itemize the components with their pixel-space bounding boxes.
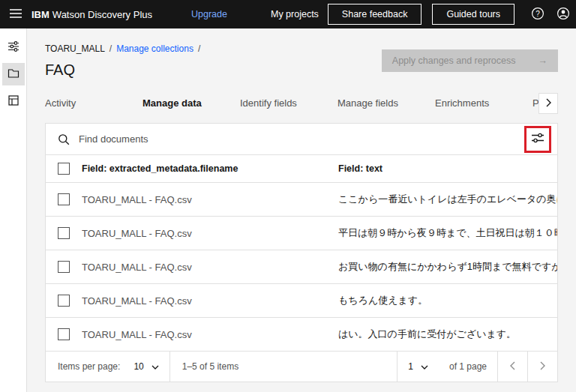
table-row: TOARU_MALL - FAQ.csv もちろん使えます。 — [46, 284, 557, 318]
tune-icon — [8, 40, 20, 55]
table-row: TOARU_MALL - FAQ.csv お買い物の有無にかかわらず1時間まで無… — [46, 250, 557, 284]
table-header-row: Field: extracted_metadata.filename Field… — [46, 155, 557, 183]
page-number-select[interactable]: 1 — [397, 352, 439, 382]
upgrade-link[interactable]: Upgrade — [187, 8, 232, 20]
folder-icon — [8, 67, 20, 82]
row-checkbox[interactable] — [58, 328, 70, 340]
topbar-right: Share feedback Guided tours ? — [328, 0, 576, 28]
pagination-bar: Items per page: 10 1–5 of 5 items 1 of 1… — [46, 352, 557, 382]
breadcrumb-project: TOARU_MALL — [45, 43, 105, 54]
tab-bar: Activity Manage data Identify fields Man… — [45, 93, 558, 114]
brand-ibm: IBM — [32, 9, 50, 20]
cell-filename: TOARU_MALL - FAQ.csv — [82, 262, 338, 273]
hamburger-icon — [10, 9, 22, 20]
guided-tours-button[interactable]: Guided tours — [432, 4, 514, 25]
row-checkbox[interactable] — [58, 193, 70, 205]
cell-text: はい。入口の手前に受付がございます。 — [338, 328, 557, 341]
page-total-text: of 1 page — [439, 361, 497, 372]
user-avatar-icon — [556, 7, 570, 22]
filter-settings-button[interactable] — [528, 130, 548, 149]
breadcrumb-separator-2: / — [198, 43, 200, 54]
help-button[interactable]: ? — [525, 0, 550, 28]
arrow-right-icon: → — [538, 55, 548, 66]
previous-page-button[interactable] — [497, 352, 527, 382]
cell-filename: TOARU_MALL - FAQ.csv — [82, 194, 338, 205]
annotation-highlight-box — [524, 126, 551, 153]
cell-filename: TOARU_MALL - FAQ.csv — [82, 295, 338, 307]
settings-adjust-icon — [531, 131, 544, 147]
chevron-right-icon — [546, 98, 551, 109]
tab-identify-fields[interactable]: Identify fields — [240, 97, 338, 114]
svg-text:?: ? — [536, 9, 540, 17]
menu-button[interactable] — [0, 0, 32, 28]
page-number-value: 1 — [408, 361, 413, 372]
sidebar-item-collections[interactable] — [2, 63, 25, 85]
table-row: TOARU_MALL - FAQ.csv 平日は朝９時から夜９時まで、土日祝日は… — [46, 217, 557, 250]
tab-enrichments[interactable]: Enrichments — [435, 97, 532, 114]
document-list-icon — [8, 94, 20, 109]
sidebar-item-fields[interactable] — [2, 90, 25, 112]
next-page-button[interactable] — [527, 352, 557, 382]
search-icon — [58, 133, 70, 145]
my-projects-link[interactable]: My projects — [266, 8, 323, 20]
chevron-down-icon — [152, 361, 159, 372]
tab-activity[interactable]: Activity — [45, 97, 142, 114]
items-per-page-value: 10 — [134, 361, 143, 372]
find-documents-input[interactable] — [77, 133, 524, 145]
column-header-filename: Field: extracted_metadata.filename — [82, 163, 338, 174]
table-row: TOARU_MALL - FAQ.csv ここから一番近いトイレは左手のエレベー… — [46, 183, 557, 217]
main-content: TOARU_MALL/Manage collections/ FAQ Apply… — [27, 28, 576, 392]
help-icon: ? — [531, 7, 544, 22]
cell-filename: TOARU_MALL - FAQ.csv — [82, 228, 338, 239]
search-bar — [46, 124, 557, 155]
chevron-left-icon — [510, 361, 515, 373]
tab-manage-fields[interactable]: Manage fields — [338, 97, 435, 114]
row-checkbox[interactable] — [58, 261, 70, 273]
documents-card: Field: extracted_metadata.filename Field… — [45, 123, 558, 382]
breadcrumb-separator: / — [110, 43, 112, 54]
select-all-checkbox[interactable] — [58, 163, 70, 175]
cell-text: もちろん使えます。 — [338, 294, 557, 307]
app-brand: IBMWatson Discovery Plus — [32, 9, 152, 20]
cell-text: ここから一番近いトイレは左手のエレベータの奥に... — [338, 193, 557, 206]
column-header-text: Field: text — [338, 163, 557, 174]
chevron-down-icon — [421, 361, 428, 372]
breadcrumb-manage-collections-link[interactable]: Manage collections — [116, 43, 194, 54]
left-sidebar — [0, 28, 27, 392]
cell-text: お買い物の有無にかかわらず1時間まで無料ですが、... — [338, 260, 557, 274]
row-checkbox[interactable] — [58, 295, 70, 307]
items-per-page-select[interactable]: 10 — [123, 352, 170, 382]
apply-changes-label: Apply changes and reprocess — [392, 55, 516, 66]
sidebar-item-improve-tools[interactable] — [2, 36, 25, 58]
account-button[interactable] — [550, 0, 576, 28]
cell-text: 平日は朝９時から夜９時まで、土日祝日は朝１０時... — [338, 226, 557, 240]
cell-filename: TOARU_MALL - FAQ.csv — [82, 329, 338, 340]
top-bar: IBMWatson Discovery Plus Upgrade My proj… — [0, 0, 576, 28]
tab-manage-data[interactable]: Manage data — [142, 97, 240, 114]
apply-changes-button[interactable]: Apply changes and reprocess → — [382, 49, 558, 72]
tabs-scroll-right-button[interactable] — [538, 93, 558, 114]
row-checkbox[interactable] — [58, 227, 70, 239]
items-per-page-label: Items per page: — [58, 361, 120, 372]
table-row: TOARU_MALL - FAQ.csv はい。入口の手前に受付がございます。 — [46, 318, 557, 352]
chevron-right-icon — [540, 361, 545, 373]
share-feedback-button[interactable]: Share feedback — [328, 4, 422, 25]
item-range-text: 1–5 of 5 items — [182, 361, 238, 372]
brand-product: Watson Discovery Plus — [52, 9, 152, 20]
